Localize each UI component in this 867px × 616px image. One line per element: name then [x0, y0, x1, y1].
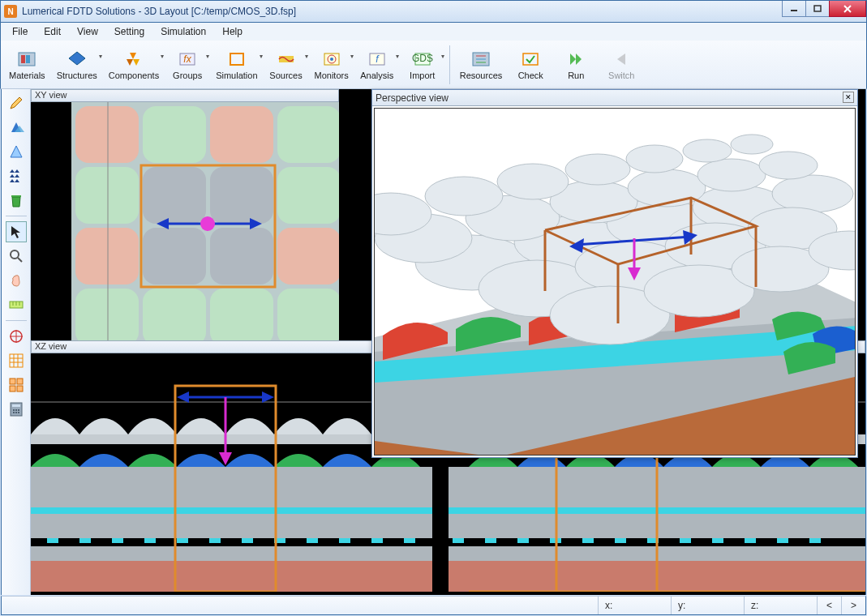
- svg-rect-117: [809, 538, 821, 543]
- svg-point-65: [18, 412, 19, 413]
- titlebar: N Lumerical FDTD Solutions - 3D Layout […: [0, 0, 867, 23]
- svg-marker-37: [10, 179, 15, 182]
- svg-marker-33: [10, 169, 15, 173]
- svg-rect-80: [75, 289, 139, 340]
- monitors-button[interactable]: Monitors▾: [310, 48, 354, 82]
- grid-tool[interactable]: [6, 350, 27, 371]
- menubar: File Edit View Setting Simulation Help: [0, 23, 867, 41]
- menu-help[interactable]: Help: [216, 24, 249, 39]
- menu-simulation[interactable]: Simulation: [154, 24, 212, 39]
- toolbar-separator: [449, 45, 450, 84]
- svg-point-164: [731, 135, 773, 154]
- app-icon: N: [4, 5, 17, 18]
- svg-point-157: [759, 152, 818, 179]
- perspective-view-label[interactable]: Perspective view: [372, 90, 857, 106]
- svg-rect-79: [277, 228, 339, 284]
- status-prev-button[interactable]: <: [817, 597, 841, 614]
- svg-rect-81: [143, 289, 206, 340]
- svg-rect-1: [814, 6, 821, 11]
- svg-rect-99: [209, 538, 221, 543]
- svg-point-162: [626, 145, 683, 173]
- svg-rect-113: [680, 538, 691, 543]
- status-z: z:: [744, 597, 817, 614]
- perspective-close-button[interactable]: ✕: [843, 92, 854, 103]
- switch-button[interactable]: Switch: [599, 48, 643, 82]
- svg-rect-115: [745, 538, 756, 543]
- groups-icon: fx: [176, 49, 199, 69]
- svg-marker-36: [15, 174, 19, 178]
- svg-rect-68: [75, 106, 139, 163]
- maximize-button[interactable]: [805, 1, 830, 17]
- simulation-button[interactable]: Simulation▾: [211, 48, 262, 82]
- shade-tool[interactable]: [6, 141, 27, 162]
- sidebar-separator: [6, 216, 27, 216]
- status-next-button[interactable]: >: [841, 597, 865, 614]
- analysis-button[interactable]: f Analysis▾: [355, 48, 399, 82]
- svg-marker-28: [576, 53, 582, 65]
- svg-point-143: [772, 175, 853, 212]
- svg-marker-9: [127, 59, 133, 66]
- svg-point-163: [683, 139, 732, 162]
- svg-rect-107: [485, 538, 496, 543]
- materials-icon: [15, 49, 38, 69]
- sources-button[interactable]: Sources▾: [264, 48, 308, 82]
- ruler-tool[interactable]: [6, 294, 27, 315]
- menu-setting[interactable]: Setting: [108, 24, 151, 39]
- materials-button[interactable]: Materials: [4, 48, 50, 82]
- svg-rect-72: [75, 167, 139, 224]
- svg-point-160: [497, 164, 569, 199]
- menu-view[interactable]: View: [71, 24, 105, 39]
- center-tool[interactable]: [6, 326, 27, 347]
- svg-marker-8: [130, 53, 136, 59]
- views-container: XY view: [31, 89, 865, 595]
- svg-rect-6: [26, 55, 30, 63]
- xy-view-label: XY view: [31, 89, 339, 102]
- run-button[interactable]: Run: [554, 48, 598, 82]
- close-button[interactable]: [829, 1, 866, 17]
- import-icon: GDS: [411, 49, 434, 69]
- svg-rect-54: [10, 379, 15, 384]
- window-title: Lumerical FDTD Solutions - 3D Layout [C:…: [22, 6, 296, 17]
- pan-tool[interactable]: [6, 270, 27, 291]
- svg-rect-105: [404, 538, 415, 543]
- svg-point-89: [200, 216, 215, 231]
- sidebar-separator: [6, 320, 27, 321]
- import-button[interactable]: GDS Import▾: [401, 48, 444, 82]
- switch-icon: [610, 49, 633, 69]
- svg-rect-13: [230, 53, 243, 65]
- array-tool[interactable]: [6, 165, 27, 186]
- svg-rect-111: [615, 538, 626, 543]
- svg-point-61: [15, 409, 17, 411]
- menu-edit[interactable]: Edit: [37, 24, 67, 39]
- snap-tool[interactable]: [6, 374, 27, 396]
- svg-marker-35: [10, 174, 15, 178]
- svg-rect-114: [712, 538, 723, 543]
- svg-rect-110: [582, 538, 594, 543]
- minimize-button[interactable]: [782, 1, 806, 17]
- resources-button[interactable]: Resources: [455, 48, 508, 82]
- svg-point-63: [13, 412, 15, 413]
- svg-rect-116: [777, 538, 788, 543]
- xy-view[interactable]: XY view: [31, 89, 339, 340]
- components-button[interactable]: Components▾: [104, 48, 164, 82]
- structures-button[interactable]: Structures▾: [52, 48, 102, 82]
- edit-tool[interactable]: [6, 92, 27, 113]
- perspective-view[interactable]: Perspective view ✕: [371, 89, 858, 458]
- svg-rect-71: [277, 106, 339, 163]
- groups-button[interactable]: fx Groups▾: [165, 48, 209, 82]
- zoom-tool[interactable]: [6, 246, 27, 267]
- svg-point-161: [565, 154, 630, 185]
- svg-rect-83: [277, 289, 339, 340]
- xy-view-canvas[interactable]: [31, 102, 339, 340]
- calc-tool[interactable]: [6, 399, 27, 420]
- toolbar: Materials Structures▾ Components▾ fx Gro…: [0, 41, 867, 89]
- check-button[interactable]: Check: [509, 48, 552, 82]
- menu-file[interactable]: File: [6, 24, 34, 39]
- perspective-canvas[interactable]: [374, 108, 856, 456]
- delete-tool[interactable]: [6, 190, 27, 211]
- svg-rect-73: [143, 167, 206, 224]
- svg-line-41: [18, 258, 22, 262]
- triangle-tool[interactable]: [6, 117, 27, 138]
- select-tool[interactable]: [6, 221, 27, 242]
- svg-marker-32: [11, 146, 22, 157]
